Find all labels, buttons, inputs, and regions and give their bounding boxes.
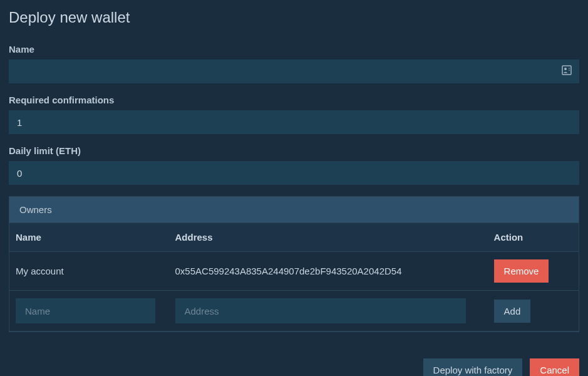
daily-limit-field-group: Daily limit (ETH) [9,145,579,185]
daily-limit-label: Daily limit (ETH) [9,145,579,156]
new-owner-name-input[interactable] [16,298,155,323]
confirmations-field-group: Required confirmations [9,95,579,134]
table-row: My account 0x55AC599243A835A244907de2bF9… [9,252,579,291]
confirmations-input[interactable] [9,110,579,134]
owners-panel: Owners Name Address Action My account 0x… [9,196,579,332]
confirmations-label: Required confirmations [9,95,579,105]
owners-col-address: Address [169,223,488,252]
owners-table: Name Address Action My account 0x55AC599… [9,222,579,332]
name-input[interactable] [9,60,579,83]
table-row-new: Add [9,291,579,332]
owners-col-name: Name [9,223,169,252]
owner-address-cell: 0x55AC599243A835A244907de2bF943520A2042D… [169,252,488,291]
deploy-with-factory-button[interactable]: Deploy with factory [423,358,523,376]
daily-limit-input[interactable] [9,161,579,185]
cancel-button[interactable]: Cancel [530,358,579,376]
remove-button[interactable]: Remove [494,259,549,283]
dialog-title: Deploy new wallet [9,9,579,26]
owners-panel-title: Owners [9,197,579,222]
owner-name-cell: My account [9,252,169,291]
new-owner-address-input[interactable] [175,298,467,323]
owners-col-action: Action [488,223,579,252]
name-label: Name [9,44,579,55]
name-field-group: Name [9,44,579,83]
add-button[interactable]: Add [494,300,531,323]
dialog-footer: Deploy with factory Cancel [9,358,579,376]
